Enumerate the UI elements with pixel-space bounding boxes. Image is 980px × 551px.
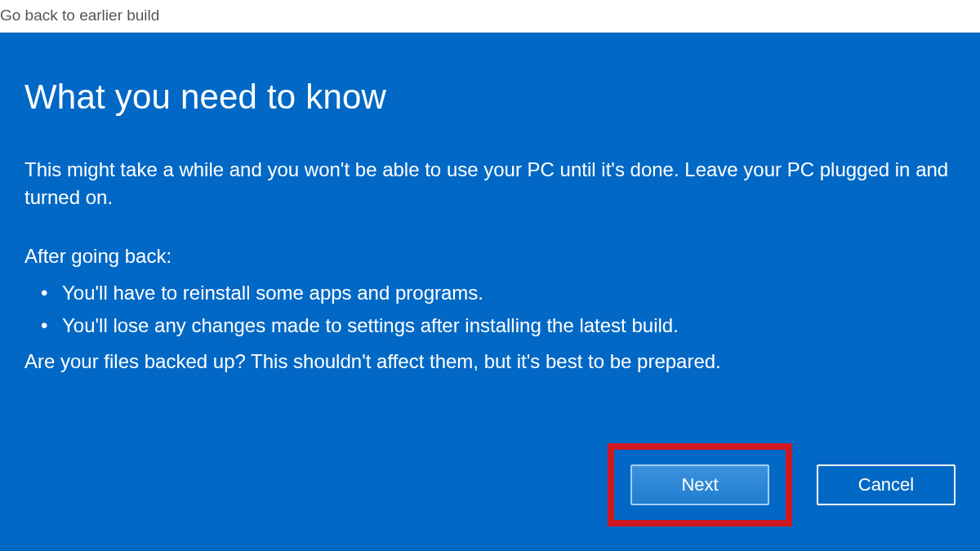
backup-warning: Are your files backed up? This shouldn't… (24, 348, 956, 375)
consequences-list: You'll have to reinstall some apps and p… (56, 277, 956, 341)
cancel-button[interactable]: Cancel (817, 464, 956, 505)
main-panel: What you need to know This might take a … (0, 33, 980, 551)
page-heading: What you need to know (24, 78, 956, 117)
window-titlebar: Go back to earlier build (0, 0, 980, 33)
next-button[interactable]: Next (630, 464, 769, 505)
button-row: Next Cancel (608, 443, 956, 527)
list-item: You'll lose any changes made to settings… (56, 309, 956, 342)
intro-paragraph: This might take a while and you won't be… (24, 156, 956, 211)
list-subheading: After going back: (24, 242, 956, 270)
next-button-highlight: Next (608, 443, 792, 527)
window-title: Go back to earlier build (0, 7, 159, 24)
list-item: You'll have to reinstall some apps and p… (56, 277, 956, 309)
